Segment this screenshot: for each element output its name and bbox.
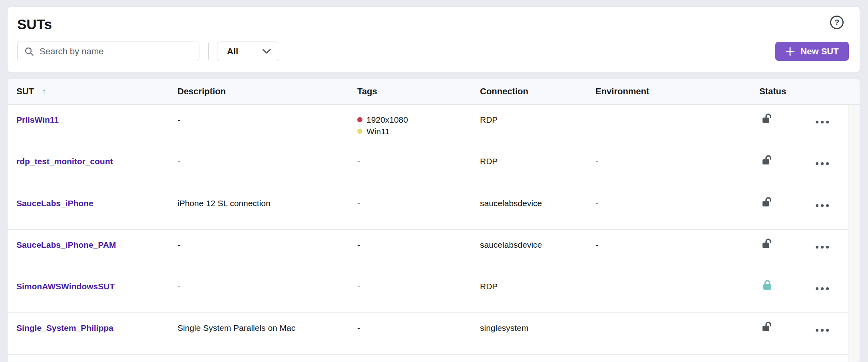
column-header-description: Description <box>177 86 357 97</box>
table-row: SauceLabs_iPhone iPhone 12 SL connection… <box>8 188 860 230</box>
kebab-dot <box>826 246 829 249</box>
table-header-row: SUT ↑ Description Tags Connection Enviro… <box>8 79 860 105</box>
sut-page: { "page": { "title": "SUTs" }, "toolbar"… <box>0 0 868 362</box>
environment-cell: - <box>595 155 759 167</box>
status-cell <box>759 320 816 336</box>
kebab-dot <box>816 204 818 207</box>
connection-cell: RDP <box>480 280 595 292</box>
description-cell: - <box>177 155 357 167</box>
sut-table-card: SUT ↑ Description Tags Connection Enviro… <box>7 78 860 362</box>
row-actions-menu-button[interactable] <box>816 204 829 207</box>
sut-name-link[interactable]: SimonAWSWindowsSUT <box>16 282 115 291</box>
tag-label: Win11 <box>366 125 390 137</box>
kebab-dot <box>821 287 824 290</box>
status-cell <box>759 237 816 253</box>
new-sut-button[interactable]: New SUT <box>775 42 849 61</box>
connection-cell: saucelabsdevice <box>480 239 595 251</box>
sut-name-cell: rdp_test_monitor_count <box>16 155 177 167</box>
connection-cell: RDP <box>480 114 595 125</box>
kebab-dot <box>816 162 818 165</box>
description-cell: - <box>177 239 357 251</box>
connection-cell: singlesystem <box>480 322 595 334</box>
lock-open-icon <box>761 154 774 167</box>
sut-name-link[interactable]: rdp_test_monitor_count <box>16 157 113 166</box>
description-cell: Single System Parallels on Mac <box>177 322 357 334</box>
row-actions-menu-button[interactable] <box>816 162 829 165</box>
sut-name-cell: SimonAWSWindowsSUT <box>16 280 177 292</box>
column-header-status: Status <box>759 86 816 97</box>
kebab-dot <box>826 204 829 207</box>
tags-cell: - <box>357 280 480 292</box>
status-cell <box>759 279 816 294</box>
table-row: SauceLabs_iPhone_PAM - - saucelabsdevice… <box>8 230 860 271</box>
filter-dropdown[interactable]: All <box>217 42 279 61</box>
tag: 1920x1080 <box>357 114 480 125</box>
status-cell <box>759 112 816 128</box>
row-actions-menu-button[interactable] <box>816 329 829 332</box>
environment-cell: - <box>595 239 759 251</box>
sut-name-link[interactable]: SauceLabs_iPhone_PAM <box>16 240 116 249</box>
sut-name-cell: SauceLabs_iPhone <box>16 197 177 209</box>
tag-label: 1920x1080 <box>366 114 408 125</box>
tags-cell: - <box>357 239 480 251</box>
lock-open-icon <box>761 196 774 209</box>
sut-name-link[interactable]: PrllsWin11 <box>16 115 59 124</box>
column-header-sut-label: SUT <box>16 86 34 97</box>
kebab-dot <box>826 287 829 290</box>
kebab-dot <box>821 329 824 332</box>
help-button[interactable]: ? <box>830 16 844 29</box>
sut-name-cell: PrllsWin11 <box>16 114 177 125</box>
tag-dot-icon <box>357 117 362 122</box>
tags-cell: - <box>357 322 480 334</box>
tag: Win11 <box>357 125 480 137</box>
kebab-dot <box>826 329 829 332</box>
kebab-dot <box>816 121 818 123</box>
table-row: PrllsWin11 - 1920x1080Win11 RDP <box>8 105 860 146</box>
column-header-tags: Tags <box>357 86 480 97</box>
description-cell: - <box>177 114 357 125</box>
kebab-dot <box>816 246 818 249</box>
connection-cell: saucelabsdevice <box>480 197 595 209</box>
toolbar-divider <box>208 43 209 60</box>
description-cell: iPhone 12 SL connection <box>177 197 357 209</box>
scrollbar-track <box>848 105 860 362</box>
table-row: Single_System_Philippa Single System Par… <box>8 313 860 354</box>
tags-cell: 1920x1080Win11 <box>357 114 480 137</box>
lock-open-icon <box>761 112 774 125</box>
row-actions-menu-button[interactable] <box>816 287 829 290</box>
kebab-dot <box>816 329 818 332</box>
table-row: SimonAWSWindowsSUT - - RDP <box>8 271 860 313</box>
sut-name-link[interactable]: Single_System_Philippa <box>16 323 113 332</box>
kebab-dot <box>816 287 818 290</box>
row-actions-menu-button[interactable] <box>816 246 829 249</box>
column-header-environment: Environment <box>595 86 759 97</box>
connection-cell: RDP <box>480 155 595 167</box>
question-mark-icon: ? <box>834 18 839 27</box>
environment-cell: - <box>595 197 759 209</box>
sut-name-link[interactable]: SauceLabs_iPhone <box>16 199 94 208</box>
new-sut-button-label: New SUT <box>800 46 838 57</box>
kebab-dot <box>821 162 824 165</box>
lock-closed-icon <box>761 279 774 292</box>
page-header-card: SUTs All ? New SUT <box>7 6 860 73</box>
search-input[interactable] <box>40 46 193 57</box>
chevron-down-icon <box>262 49 271 54</box>
search-icon <box>24 46 34 57</box>
kebab-dot <box>821 121 824 123</box>
column-header-sut[interactable]: SUT ↑ <box>16 86 177 97</box>
table-row: rdp_test_monitor_count - - RDP - <box>8 146 860 188</box>
row-actions-menu-button[interactable] <box>816 121 829 123</box>
tags-cell: - <box>357 155 480 167</box>
description-cell: - <box>177 280 357 292</box>
filter-selected-value: All <box>227 46 238 57</box>
sort-ascending-icon: ↑ <box>42 87 46 96</box>
status-cell <box>759 196 816 211</box>
kebab-dot <box>826 121 829 123</box>
search-box <box>17 42 199 61</box>
tag-dot-icon <box>357 129 362 134</box>
kebab-dot <box>821 246 824 249</box>
plus-icon <box>785 47 795 56</box>
table-body: PrllsWin11 - 1920x1080Win11 RDP rdp_test… <box>8 105 860 355</box>
sut-name-cell: SauceLabs_iPhone_PAM <box>16 239 177 251</box>
sut-name-cell: Single_System_Philippa <box>16 322 177 334</box>
